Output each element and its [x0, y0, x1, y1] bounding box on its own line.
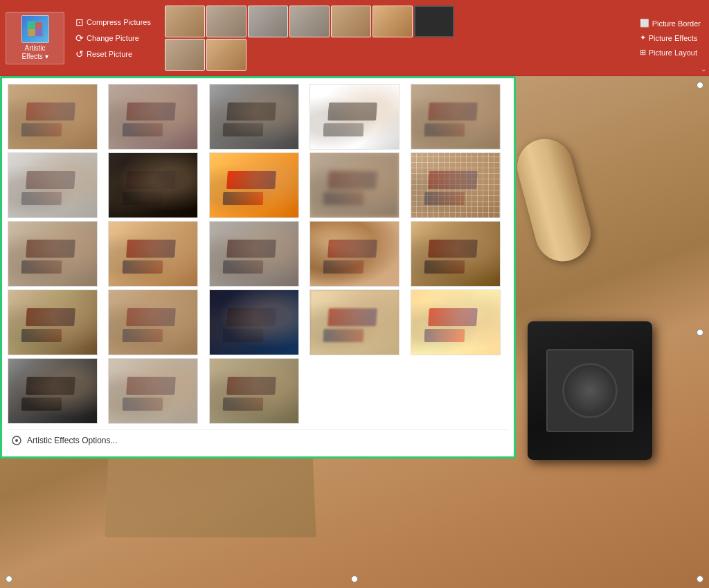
selection-handle-mr[interactable] — [697, 329, 703, 336]
effect-thumb-pastels[interactable] — [108, 358, 198, 424]
effect-thumb-blur[interactable] — [309, 152, 400, 218]
picture-layout-btn[interactable]: ⊞ Picture Layout — [637, 46, 703, 58]
picture-border-btn[interactable]: ⬜ Picture Border — [637, 17, 703, 29]
effect-thumb-blank1[interactable] — [209, 358, 299, 424]
dropdown-arrow-icon: ▾ — [45, 53, 48, 60]
svg-point-6 — [15, 439, 18, 442]
ribbon-thumb-3[interactable] — [248, 6, 288, 37]
ribbon-menu-items: ⊡ Compress Pictures ⟳ Change Picture ↺ R… — [73, 15, 154, 61]
artistic-effects-options-link[interactable]: Artistic Effects Options... — [8, 429, 508, 451]
effect-thumb-watercolor[interactable] — [411, 84, 501, 150]
effect-thumb-pencil-gray[interactable] — [209, 84, 299, 150]
reset-picture-btn[interactable]: ↺ Reset Picture — [73, 47, 154, 61]
effect-thumb-chalk[interactable] — [8, 152, 98, 218]
effects-icon: ✦ — [640, 33, 646, 42]
effect-thumb-glow-edges[interactable] — [209, 289, 299, 355]
ribbon-thumb-6[interactable] — [373, 6, 413, 37]
ribbon-thumb-1[interactable] — [165, 6, 205, 37]
artistic-effects-icon — [21, 15, 49, 43]
artistic-effects-dropdown: Artistic Effects Options... — [0, 76, 516, 458]
vintage-camera — [528, 321, 652, 460]
effect-blank-23 — [309, 358, 400, 424]
change-picture-btn[interactable]: ⟳ Change Picture — [73, 31, 154, 45]
effect-thumb-marker[interactable] — [108, 84, 198, 150]
svg-rect-4 — [35, 29, 42, 36]
svg-rect-1 — [28, 22, 35, 29]
picture-effects-btn[interactable]: ✦ Picture Effects — [637, 32, 703, 44]
options-icon — [10, 434, 23, 447]
camera-lens — [562, 363, 617, 418]
effect-thumb-sponge[interactable] — [309, 221, 400, 287]
ribbon-thumb-9[interactable] — [206, 39, 246, 71]
ribbon-thumb-5[interactable] — [331, 6, 371, 37]
ribbon-thumb-2[interactable] — [206, 6, 246, 37]
svg-rect-3 — [28, 29, 35, 36]
change-icon: ⟳ — [75, 33, 84, 44]
artistic-effects-button[interactable]: Artistic Effects ▾ — [6, 12, 64, 64]
effects-text: Effects — [21, 53, 42, 60]
effect-thumb-photocopy[interactable] — [309, 84, 400, 150]
ribbon-thumb-row-2 — [165, 39, 454, 71]
effect-thumb-cutout[interactable] — [209, 152, 299, 218]
desk-items — [105, 454, 316, 537]
reset-icon: ↺ — [75, 48, 84, 60]
effect-thumb-crumple[interactable] — [8, 289, 98, 355]
ribbon-thumbnail-strip — [165, 6, 454, 71]
border-icon: ⬜ — [640, 19, 649, 28]
layout-icon: ⊞ — [640, 48, 646, 57]
main-area: Artistic Effects Options... — [0, 76, 709, 588]
effect-thumb-plastic[interactable] — [411, 289, 501, 355]
ribbon-thumb-8[interactable] — [165, 39, 205, 71]
compress-icon: ⊡ — [75, 17, 84, 28]
effect-thumb-paint-strokes[interactable] — [108, 221, 198, 287]
selection-handle-br[interactable] — [697, 576, 703, 582]
selection-handle-bl[interactable] — [6, 576, 12, 582]
selection-handle-tr[interactable] — [697, 82, 703, 89]
effect-thumb-mosaic[interactable] — [411, 152, 501, 218]
effect-thumb-film-grain[interactable] — [108, 289, 198, 355]
effect-thumb-line-draw[interactable] — [8, 358, 98, 424]
effect-thumb-cement[interactable] — [209, 221, 299, 287]
compress-pictures-btn[interactable]: ⊡ Compress Pictures — [73, 15, 154, 29]
effects-grid — [8, 84, 508, 424]
options-label: Artistic Effects Options... — [27, 436, 118, 445]
ribbon-toolbar: Artistic Effects ▾ ⊡ Compress Pictures ⟳… — [0, 0, 709, 76]
effect-thumb-dark-chalk[interactable] — [108, 152, 198, 218]
effect-thumb-glass[interactable] — [309, 289, 400, 355]
ribbon-expand-icon[interactable]: ⌄ — [701, 65, 706, 73]
ribbon-thumb-7[interactable] — [414, 6, 454, 37]
selection-handle-bm[interactable] — [351, 576, 358, 582]
ribbon-right-section: ⬜ Picture Border ✦ Picture Effects ⊞ Pic… — [637, 17, 703, 58]
effect-thumb-none[interactable] — [8, 84, 98, 150]
svg-rect-2 — [35, 22, 42, 29]
artistic-label: Artistic Effects ▾ — [10, 44, 60, 61]
ribbon-thumb-4[interactable] — [289, 6, 330, 37]
effect-thumb-pencil-color[interactable] — [8, 221, 98, 287]
ribbon-thumb-row-1 — [165, 6, 454, 37]
artistic-text: Artistic — [25, 44, 46, 52]
effect-thumb-texturizer[interactable] — [411, 221, 501, 287]
